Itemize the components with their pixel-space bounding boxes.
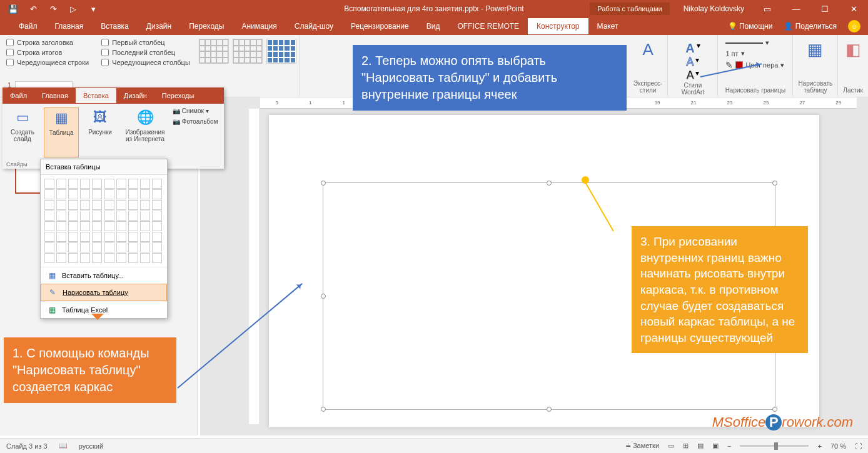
fit-to-window-icon[interactable]: ⛶: [855, 442, 862, 450]
undo-icon[interactable]: ↶: [26, 2, 40, 16]
ribbon-tabs: Файл Главная Вставка Дизайн Переходы Ани…: [0, 17, 868, 35]
tab-insert[interactable]: Вставка: [92, 18, 138, 34]
callout-2: 2. Теперь можно опять выбрать "Нарисоват…: [353, 45, 627, 111]
popup-tab-transitions[interactable]: Переходы: [154, 88, 202, 103]
zoom-in-icon[interactable]: +: [817, 442, 821, 450]
checkbox-last-col[interactable]: Последний столбец: [101, 49, 190, 56]
excel-icon: ▦: [47, 305, 57, 315]
tab-constructor[interactable]: Конструктор: [528, 18, 588, 34]
tab-animations[interactable]: Анимация: [233, 18, 285, 34]
text-effects-dropdown-icon[interactable]: ▾: [695, 69, 699, 82]
online-images-button[interactable]: 🌐Изображения из Интернета: [121, 107, 169, 157]
tab-office-remote[interactable]: OFFICE REMOTE: [448, 18, 528, 34]
popup-tab-file[interactable]: Файл: [3, 88, 34, 103]
table-icon: ▦: [50, 108, 73, 128]
eraser-icon: ◧: [845, 40, 861, 59]
grid-icon: ▦: [47, 271, 57, 281]
checkbox-banded-rows[interactable]: Чередующиеся строки: [6, 59, 89, 66]
pictures-icon: 🖼: [89, 107, 111, 127]
screenshot-button[interactable]: 📷 Снимок ▾: [173, 107, 218, 114]
text-outline-icon[interactable]: A: [686, 56, 694, 69]
tab-layout[interactable]: Макет: [588, 18, 627, 34]
tab-home[interactable]: Главная: [46, 18, 93, 34]
new-slide-button[interactable]: ▭Создать слайд: [5, 107, 40, 157]
maximize-icon[interactable]: ☐: [810, 0, 839, 17]
view-slideshow-icon[interactable]: ▣: [712, 442, 719, 450]
popup-tab-home[interactable]: Главная: [34, 88, 76, 103]
style-thumb-1[interactable]: [199, 39, 229, 64]
tab-file[interactable]: Файл: [10, 18, 46, 34]
insert-table-popup: Вставка таблицы ▦Вставить таблицу... ✎На…: [40, 159, 168, 319]
zoom-slider[interactable]: [740, 445, 809, 447]
share-button[interactable]: 👤 Поделиться: [784, 22, 837, 31]
checkbox-header-row[interactable]: Строка заголовка: [6, 39, 89, 46]
text-outline-dropdown-icon[interactable]: ▾: [695, 56, 699, 69]
close-icon[interactable]: ✕: [839, 0, 868, 17]
minimize-icon[interactable]: —: [782, 0, 810, 17]
slide-counter: Слайд 3 из 3: [6, 442, 48, 450]
callout-3: 3. При рисовании внутренних границ важно…: [632, 226, 808, 353]
view-sorter-icon[interactable]: ⊞: [683, 442, 689, 450]
quick-access-toolbar: 💾 ↶ ↷ ▷ ▾: [0, 2, 100, 16]
view-reading-icon[interactable]: ▤: [697, 442, 704, 450]
start-slideshow-icon[interactable]: ▷: [66, 2, 80, 16]
popup-tab-design[interactable]: Дизайн: [116, 88, 154, 103]
pen-weight-dropdown[interactable]: 1 пт ▾: [723, 48, 747, 59]
table-size-grid[interactable]: [41, 175, 167, 267]
spellcheck-icon[interactable]: 📖: [59, 442, 68, 450]
checkbox-first-col[interactable]: Первый столбец: [101, 39, 190, 46]
orange-arrow-icon: [91, 314, 104, 326]
zoom-out-icon[interactable]: −: [727, 442, 731, 450]
popup-section-slides: Слайды: [6, 161, 28, 167]
user-name[interactable]: Nikolay Koldovsky: [675, 4, 753, 13]
tab-slideshow[interactable]: Слайд-шоу: [286, 18, 342, 34]
pictures-button[interactable]: 🖼Рисунки: [83, 107, 118, 157]
popup-tab-insert[interactable]: Вставка: [76, 88, 116, 103]
excel-table-menu-item[interactable]: ▦Таблица Excel: [41, 301, 167, 318]
contextual-tab-label: Работа с таблицами: [590, 2, 669, 15]
redo-icon[interactable]: ↷: [46, 2, 60, 16]
tab-view[interactable]: Вид: [418, 18, 449, 34]
checkbox-banded-cols[interactable]: Чередующиеся столбцы: [101, 59, 190, 66]
style-thumb-3[interactable]: [266, 39, 296, 64]
draw-table-menu-item[interactable]: ✎Нарисовать таблицу: [41, 284, 167, 301]
vertical-ruler: [249, 109, 260, 424]
tab-transitions[interactable]: Переходы: [180, 18, 233, 34]
text-effects-icon[interactable]: A: [686, 69, 694, 82]
express-styles-icon[interactable]: A: [642, 40, 653, 59]
view-normal-icon[interactable]: ▭: [668, 442, 674, 450]
save-icon[interactable]: 💾: [6, 2, 20, 16]
smiley-icon[interactable]: ☺: [848, 20, 860, 32]
notes-button[interactable]: ≐ Заметки: [625, 442, 659, 450]
text-fill-dropdown-icon[interactable]: ▾: [697, 41, 700, 56]
pencil-icon: ✎: [48, 287, 58, 297]
express-styles-group: A Экспресс- стили: [628, 35, 669, 97]
text-fill-icon[interactable]: A: [685, 41, 694, 56]
draw-table-button[interactable]: ▦ Нарисовать таблицу: [793, 35, 838, 97]
status-bar: Слайд 3 из 3 📖 русский ≐ Заметки ▭ ⊞ ▤ ▣…: [0, 438, 868, 453]
watermark: MSofficeProwork.com: [712, 414, 853, 431]
online-images-icon: 🌐: [134, 107, 156, 127]
eraser-button[interactable]: ◧ Ластик: [838, 35, 868, 97]
photoalbum-button[interactable]: 📷 Фотоальбом: [173, 118, 218, 125]
tab-design[interactable]: Дизайн: [138, 18, 180, 34]
insert-table-header: Вставка таблицы: [41, 159, 167, 175]
table-button[interactable]: ▦Таблица: [44, 107, 79, 157]
popup-insert-ribbon: Файл Главная Вставка Дизайн Переходы ▭Со…: [3, 87, 224, 169]
pen-group: ▾ 1 пт ▾ ✎Цвет пера ▾ Нарисовать границы: [718, 35, 793, 97]
title-bar: 💾 ↶ ↷ ▷ ▾ Вспомогательная для 4го заняти…: [0, 0, 868, 17]
checkbox-total-row[interactable]: Строка итогов: [6, 49, 89, 56]
insert-table-menu-item[interactable]: ▦Вставить таблицу...: [41, 267, 167, 284]
ribbon-options-icon[interactable]: ▭: [753, 0, 782, 17]
zoom-level[interactable]: 70 %: [830, 442, 846, 450]
callout-1: 1. С помощью команды "Нарисовать таблицу…: [4, 337, 176, 403]
tab-review[interactable]: Рецензирование: [342, 18, 418, 34]
style-thumb-2[interactable]: [233, 39, 263, 64]
language-indicator[interactable]: русский: [79, 442, 103, 450]
wordart-styles-group: A ▾ A ▾ A ▾ Стили WordArt: [668, 35, 718, 97]
draw-table-icon: ▦: [807, 40, 823, 59]
qat-more-icon[interactable]: ▾: [86, 2, 100, 16]
new-slide-icon: ▭: [11, 107, 34, 127]
pen-style-dropdown[interactable]: ▾: [723, 37, 772, 48]
tell-me[interactable]: 💡 Помощни: [728, 22, 773, 31]
